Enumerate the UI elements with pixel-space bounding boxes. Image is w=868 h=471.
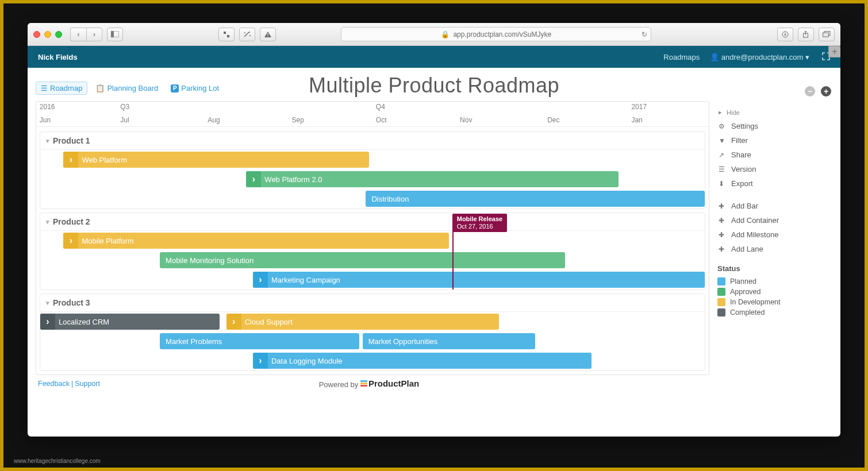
svg-rect-2 [224, 32, 226, 34]
roadmaps-link[interactable]: Roadmaps [663, 53, 700, 61]
brand-name: ProductPlan [368, 379, 419, 388]
timeline-month-label: Nov [460, 116, 472, 124]
roadmap-bar[interactable]: Web Platform [63, 152, 369, 168]
bar-label: Market Problems [160, 337, 222, 346]
zoom-out-button[interactable]: − [805, 86, 815, 96]
status-swatch [717, 298, 725, 306]
sidebar-toggle-button[interactable] [107, 28, 123, 41]
roadmap-bar[interactable]: Mobile Monitoring Solution [160, 252, 565, 268]
powered-by-label: Powered by [319, 380, 359, 389]
share-button-side[interactable]: ↗Share [717, 148, 832, 162]
bar-row: Web Platform 2.0 [40, 169, 705, 189]
bar-expand-handle[interactable] [246, 171, 261, 187]
side-panel: ▸ Hide ⚙Settings ▼Filter ↗Share ☰Version… [717, 101, 832, 431]
bar-expand-handle[interactable] [63, 152, 78, 168]
minimize-window-icon[interactable] [44, 31, 51, 38]
lane: ▾Product 3Localized CRMCloud SupportMark… [40, 294, 705, 371]
url-bar[interactable]: 🔒 app.productplan.com/vSuMJyke ↻ [341, 27, 651, 41]
timeline-month-label: Oct [376, 116, 387, 124]
add-bar-button[interactable]: ✚Add Bar [717, 199, 832, 213]
roadmap-icon: ☰ [41, 84, 48, 92]
filter-button[interactable]: ▼Filter [717, 133, 832, 148]
timeline-year-label: Q4 [376, 103, 385, 111]
zoom-in-button[interactable]: + [821, 86, 831, 96]
svg-rect-3 [227, 35, 229, 37]
add-container-button[interactable]: ✚Add Container [717, 213, 832, 227]
roadmap-bar[interactable]: Mobile Platform [63, 233, 448, 249]
bar-row: Mobile Platform [40, 231, 705, 250]
board-icon: 📋 [95, 84, 105, 92]
tab-planning-board[interactable]: 📋 Planning Board [91, 82, 163, 94]
new-tab-button[interactable]: + [828, 46, 840, 57]
bar-row: Market ProblemsMarket Opportunities [40, 331, 705, 351]
chevron-right-icon [259, 356, 262, 366]
lane-header[interactable]: ▾Product 1 [40, 132, 705, 150]
lane-body: Mobile ReleaseOct 27, 2016Mobile Platfor… [40, 231, 705, 289]
settings-button[interactable]: ⚙Settings [717, 119, 832, 133]
plus-icon: ✚ [719, 231, 727, 239]
status-legend-item[interactable]: Approved [717, 287, 832, 297]
svg-rect-1 [111, 31, 114, 37]
roadmap-bar[interactable]: Marketing Campaign [253, 272, 705, 288]
bar-expand-handle[interactable] [40, 314, 55, 330]
status-label: Approved [730, 288, 761, 296]
roadmap-bar[interactable]: Localized CRM [40, 314, 220, 330]
owner-name: Nick Fields [38, 53, 78, 61]
filter-icon: ▼ [719, 137, 727, 145]
lane: ▾Product 2Mobile ReleaseOct 27, 2016Mobi… [40, 213, 705, 290]
roadmap-bar[interactable]: Web Platform 2.0 [246, 171, 618, 187]
roadmap-bar[interactable]: Cloud Support [226, 314, 499, 330]
add-milestone-button[interactable]: ✚Add Milestone [717, 227, 832, 242]
support-link[interactable]: Support [75, 380, 100, 388]
status-legend-item[interactable]: In Development [717, 297, 832, 307]
nav-forward-button[interactable]: › [86, 28, 102, 41]
extensions-button[interactable] [239, 28, 255, 41]
status-legend-item[interactable]: Planned [717, 276, 832, 287]
share-button[interactable] [798, 28, 814, 41]
roadmap-bar[interactable]: Data Logging Module [253, 353, 592, 369]
zoom-window-icon[interactable] [55, 31, 62, 38]
add-lane-button[interactable]: ✚Add Lane [717, 242, 832, 256]
roadmap-bar[interactable]: Market Opportunities [363, 333, 536, 349]
milestone-title: Mobile Release [457, 215, 502, 223]
status-legend-item[interactable]: Completed [717, 307, 832, 318]
lane-header[interactable]: ▾Product 2 [40, 213, 705, 231]
hide-panel-button[interactable]: ▸ Hide [717, 106, 832, 119]
nav-back-button[interactable]: ‹ [70, 28, 86, 41]
user-menu[interactable]: 👤 andre@productplan.com ▾ [710, 53, 809, 61]
status-swatch [717, 277, 725, 285]
downloads-button[interactable] [777, 28, 793, 41]
gear-icon: ⚙ [719, 122, 727, 130]
tab-parking-lot[interactable]: P Parking Lot [166, 82, 224, 94]
svg-point-5 [249, 32, 250, 33]
lane-title-label: Product 2 [53, 217, 90, 226]
tab-roadmap[interactable]: ☰ Roadmap [36, 82, 87, 95]
tabs-button[interactable] [819, 28, 835, 41]
safari-toolbar: ‹ › 🔒 app.productplan.com/vSuMJyke ↻ [28, 23, 840, 46]
tab-parking-label: Parking Lot [181, 84, 219, 92]
bar-expand-handle[interactable] [253, 353, 268, 369]
milestone-marker[interactable]: Mobile ReleaseOct 27, 2016 [452, 214, 507, 232]
roadmap-bar[interactable]: Distribution [366, 191, 705, 207]
reload-icon[interactable]: ↻ [642, 30, 647, 38]
roadmap-bar[interactable]: Market Problems [160, 333, 359, 349]
feedback-link[interactable]: Feedback [38, 380, 70, 388]
lane: ▾Product 1Web PlatformWeb Platform 2.0Di… [40, 132, 705, 209]
warning-icon [264, 31, 272, 38]
reader-button[interactable] [218, 28, 235, 41]
close-window-icon[interactable] [33, 31, 40, 38]
bar-expand-handle[interactable] [226, 314, 241, 330]
timeline-month-label: Sep [292, 116, 304, 124]
bar-expand-handle[interactable] [63, 233, 78, 249]
bar-label: Data Logging Module [268, 357, 343, 365]
version-button[interactable]: ☰Version [717, 162, 832, 176]
chevron-down-icon: ▾ [46, 218, 49, 226]
timeline-year-label: 2016 [40, 103, 55, 111]
lane-header[interactable]: ▾Product 3 [40, 294, 705, 312]
warning-button[interactable] [260, 28, 276, 41]
export-label: Export [731, 179, 753, 188]
bar-expand-handle[interactable] [253, 272, 268, 288]
export-button[interactable]: ⬇Export [717, 176, 832, 191]
bar-row: Marketing Campaign [40, 270, 705, 289]
settings-label: Settings [731, 122, 758, 130]
